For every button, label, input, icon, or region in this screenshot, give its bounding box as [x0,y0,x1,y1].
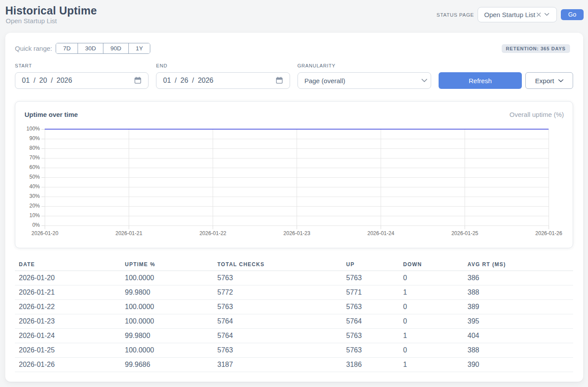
svg-text:0%: 0% [32,222,40,228]
svg-text:2026-01-22: 2026-01-22 [199,230,227,236]
svg-text:2026-01-23: 2026-01-23 [283,230,311,236]
svg-text:2026-01-26: 2026-01-26 [535,230,563,236]
svg-text:10%: 10% [29,212,40,218]
svg-text:100%: 100% [26,126,40,132]
svg-text:60%: 60% [29,164,40,170]
svg-text:40%: 40% [29,183,40,190]
svg-text:2026-01-24: 2026-01-24 [367,230,394,236]
svg-text:50%: 50% [29,174,40,180]
svg-text:80%: 80% [29,145,40,151]
svg-text:2026-01-21: 2026-01-21 [115,230,142,236]
svg-text:2026-01-25: 2026-01-25 [451,230,478,236]
svg-text:2026-01-20: 2026-01-20 [32,230,59,236]
svg-text:70%: 70% [29,155,40,161]
svg-text:90%: 90% [29,135,40,141]
svg-text:20%: 20% [29,203,40,209]
svg-text:30%: 30% [29,193,40,199]
